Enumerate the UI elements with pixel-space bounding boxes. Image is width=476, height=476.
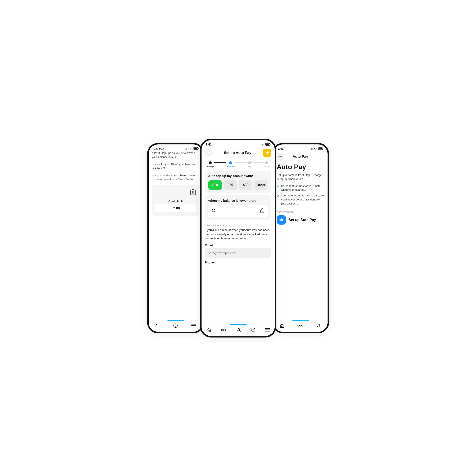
back-button[interactable]: ←	[205, 149, 213, 157]
check-item-1: ✓ Set repeat top-ups for yo... meter whe…	[277, 184, 324, 192]
credit-card: Credit limit £2.00	[152, 185, 199, 216]
svg-rect-2	[194, 148, 197, 149]
step-amount-dot	[229, 161, 232, 164]
step-energy: Energy	[207, 161, 214, 168]
email-input[interactable]	[205, 248, 271, 258]
credit-limit-value: £2.00	[155, 204, 196, 212]
center-nav-help[interactable]: ?	[251, 327, 255, 332]
svg-rect-7	[191, 324, 196, 324]
amount-options: £10 £20 £30 Other	[208, 180, 268, 190]
receipt-text: If you'd like a receipt when your Auto P…	[205, 228, 271, 241]
center-nav-account[interactable]	[237, 327, 241, 332]
right-nav-home[interactable]	[280, 323, 284, 328]
wifi-icon3	[314, 147, 317, 150]
svg-point-38	[318, 324, 320, 326]
trash-icon[interactable]	[190, 188, 196, 197]
check-text-2: Your auto top-up is paid ... card, so yo…	[281, 194, 324, 206]
step-pay: Pay	[247, 161, 252, 168]
amount-10-btn[interactable]: £10	[208, 180, 222, 190]
left-status-bar: Auto Pay	[149, 144, 203, 151]
credit-limit-label: Credit limit	[155, 200, 196, 203]
right-back-button[interactable]: ←	[277, 153, 284, 160]
bottom-nav-payment[interactable]: £	[155, 323, 160, 328]
svg-rect-24	[265, 328, 270, 329]
left-tab-indicator	[167, 320, 184, 321]
bottom-nav-help[interactable]: ?	[173, 323, 178, 328]
left-phone: Auto Pay c PAYG top-ups so you never whe…	[147, 143, 204, 333]
lightning-button[interactable]	[263, 149, 271, 157]
center-scroll-content: Auto top-up my account with: £10 £20 £30…	[202, 169, 275, 324]
get-started-label: GET STARTED	[277, 209, 324, 214]
svg-point-30	[281, 219, 282, 220]
left-status-icons	[185, 147, 199, 150]
center-nav-title: Set up Auto Pay	[224, 151, 252, 155]
center-nav-menu[interactable]	[265, 328, 270, 332]
phone-label: Phone	[205, 261, 271, 264]
check-text-1: Set repeat top-ups for yo... meter when …	[281, 184, 324, 192]
bottom-nav-menu[interactable]	[191, 324, 196, 327]
step-energy-label: Energy	[207, 165, 214, 168]
right-nav-title: Auto Pay	[293, 154, 308, 159]
amount-20-btn[interactable]: £20	[223, 180, 237, 190]
center-nav-home[interactable]	[206, 327, 211, 332]
left-bottom-nav: £ ?	[149, 321, 203, 332]
center-time: 9:41	[206, 143, 212, 146]
svg-rect-3	[190, 190, 196, 195]
svg-rect-11	[270, 144, 271, 145]
svg-rect-28	[323, 148, 323, 149]
step-energy-dot	[209, 161, 212, 164]
right-tab-indicator	[292, 320, 309, 321]
svg-point-16	[223, 329, 224, 330]
amount-30-btn[interactable]: £30	[239, 180, 253, 190]
setup-btn-icon	[277, 215, 286, 224]
battery-icon	[193, 147, 199, 150]
email-label: Email	[205, 244, 271, 247]
amount-card-title: Auto top-up my account with:	[208, 174, 268, 178]
svg-point-14	[262, 211, 262, 212]
lock-icon	[260, 208, 265, 214]
amount-card: Auto top-up my account with: £10 £20 £30…	[205, 171, 271, 193]
svg-text:£: £	[155, 324, 157, 328]
center-phone: 9:41 ← Set up Auto Pay	[200, 139, 276, 338]
center-nav-header: ← Set up Auto Pay	[202, 147, 275, 159]
right-content: Auto Pay Set up automatic PAYG top-u... …	[273, 162, 327, 320]
amount-other-btn[interactable]: Other	[254, 180, 268, 190]
wifi-icon	[189, 147, 193, 150]
step-amount: Amount	[226, 161, 235, 168]
wifi-icon2	[261, 143, 265, 146]
autopay-big-title: Auto Pay	[277, 163, 324, 171]
center-nav-network[interactable]	[221, 328, 227, 332]
svg-rect-26	[265, 331, 270, 332]
left-status-title: Auto Pay	[153, 147, 164, 150]
right-bottom-nav	[273, 321, 327, 332]
left-body-1: c PAYG top-ups so you never when your ba…	[152, 151, 199, 159]
svg-rect-12	[266, 144, 269, 145]
svg-text:?: ?	[175, 324, 176, 327]
svg-text:?: ?	[253, 328, 254, 331]
svg-point-33	[300, 325, 301, 326]
battery-icon2	[265, 143, 271, 146]
center-tab-indicator	[230, 324, 247, 325]
balance-value: £2	[212, 209, 260, 213]
svg-point-35	[302, 325, 303, 326]
check-icon-1: ✓	[277, 184, 280, 188]
center-status-bar: 9:41	[202, 140, 275, 147]
autopay-desc: Set up automatic PAYG top-u... forget to…	[277, 173, 324, 181]
svg-rect-1	[198, 148, 199, 149]
svg-rect-25	[265, 329, 270, 330]
svg-point-17	[221, 329, 222, 330]
step-done: Done	[264, 161, 269, 168]
balance-input-row: £2	[208, 205, 268, 217]
right-nav-network[interactable]	[297, 324, 303, 327]
setup-autopay-button[interactable]: Set up Auto Pay	[277, 215, 316, 224]
svg-point-34	[298, 325, 299, 326]
svg-rect-15	[208, 330, 209, 332]
right-nav-header: ← Auto Pay	[273, 151, 327, 162]
right-time: 9:41	[278, 147, 284, 150]
signal-icon2	[257, 143, 260, 146]
right-nav-account[interactable]	[316, 323, 321, 328]
step-pay-dot	[248, 161, 251, 164]
scene: Auto Pay c PAYG top-ups so you never whe…	[126, 126, 350, 350]
receipt-label: NEED A RECEIPT?	[205, 224, 271, 227]
receipt-section: NEED A RECEIPT? If you'd like a receipt …	[202, 222, 275, 264]
